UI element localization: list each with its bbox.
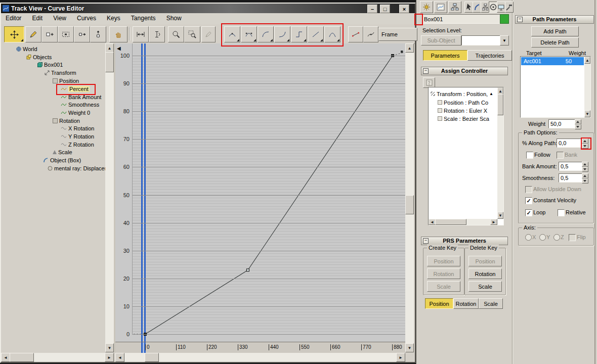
tree-vscrollbar[interactable]: ▲ ▼ <box>105 43 114 352</box>
zoom-region-button[interactable] <box>184 26 200 42</box>
delete-key-rotation-button[interactable]: Rotation <box>468 268 502 279</box>
tab-utilities-icon[interactable] <box>505 2 514 13</box>
set-tangents-custom-button[interactable] <box>241 26 257 42</box>
zoom-button[interactable] <box>168 26 184 42</box>
time-ruler[interactable]: 0110220330440550660770880 <box>115 342 405 353</box>
menu-keys[interactable]: Keys <box>102 13 125 23</box>
graph-vscrollbar[interactable]: ▲ ▼ <box>405 43 414 352</box>
tab-display-icon[interactable] <box>497 2 505 13</box>
maximize-button[interactable]: □ <box>380 5 390 13</box>
create-key-position-button[interactable]: Position <box>427 256 460 266</box>
curve-key[interactable] <box>246 269 249 271</box>
zoom-value-extents-button[interactable] <box>149 26 165 42</box>
list-vscroll-thumb[interactable] <box>497 94 503 115</box>
pan-hand-button[interactable] <box>109 26 127 42</box>
tree-item-scale[interactable]: Scale <box>53 148 72 156</box>
combo-arrow-icon[interactable]: ▼ <box>500 35 509 46</box>
add-keys-button[interactable] <box>41 26 58 42</box>
path-parameters-rollout[interactable]: − Path Parameters <box>515 15 594 24</box>
tab-modify-icon[interactable] <box>473 2 481 13</box>
smoothness-spinner[interactable] <box>582 173 588 184</box>
tab-create-icon[interactable] <box>464 2 473 13</box>
scroll-down-icon[interactable]: ▼ <box>584 110 590 117</box>
tree-item-objects[interactable]: Objects <box>26 53 52 61</box>
scroll-down-icon[interactable]: ▼ <box>405 343 414 352</box>
scroll-up-icon[interactable]: ▲ <box>105 43 114 53</box>
collapse-icon[interactable]: − <box>423 68 429 74</box>
tree-item-world[interactable]: World <box>16 45 37 53</box>
smoothness-field[interactable]: 0,5 <box>559 173 584 183</box>
scroll-left-icon[interactable]: ◄ <box>1 353 10 362</box>
bank-checkbox[interactable] <box>557 152 564 159</box>
tab-parameters[interactable]: Parameters <box>423 50 467 61</box>
tree-vscroll-thumb[interactable] <box>105 52 114 72</box>
delete-key-position-button[interactable]: Position <box>468 256 502 266</box>
axis-x-radio[interactable] <box>525 234 532 241</box>
menu-view[interactable]: View <box>49 13 71 23</box>
sub-object-button[interactable]: Sub-Object <box>421 35 461 46</box>
delete-key-scale-button[interactable]: Scale <box>468 281 502 292</box>
tree-item-z-rotation[interactable]: Z Rotation <box>61 141 94 148</box>
assign-controller-button[interactable] <box>423 77 435 88</box>
scale-keys-button[interactable] <box>74 26 90 42</box>
tree-item-object-box[interactable]: Object (Box) <box>44 156 81 164</box>
sub-object-combo[interactable] <box>461 35 503 46</box>
object-name-field[interactable]: Box001 <box>422 14 502 24</box>
bank-amount-spinner[interactable] <box>582 162 588 172</box>
along-path-spinner[interactable] <box>582 139 588 149</box>
scale-values-button[interactable] <box>90 26 106 42</box>
scroll-up-icon[interactable]: ▲ <box>584 57 590 64</box>
frame-mode-box[interactable]: Frame <box>378 28 417 41</box>
set-tangents-step-button[interactable] <box>291 26 307 42</box>
scroll-left-icon[interactable]: ◄ <box>429 219 436 225</box>
expand-arrow-icon[interactable]: ▲ <box>489 92 493 96</box>
title-bar[interactable]: Track View - Curve Editor <box>1 4 415 13</box>
tree-item-bank-amount[interactable]: Bank Amount <box>61 93 101 101</box>
create-key-scale-button[interactable]: Scale <box>427 281 460 292</box>
controller-item-position[interactable]: Position : Path Co <box>438 99 488 106</box>
controller-item-transform[interactable]: Transform : Position, ▲ <box>431 90 493 98</box>
graph-hscrollbar[interactable]: ◄ ► <box>115 353 405 362</box>
range-end-marker[interactable] <box>401 51 403 53</box>
controller-listbox[interactable]: Transform : Position, ▲ Position : Path … <box>428 87 504 225</box>
constant-velocity-checkbox[interactable]: ✓ <box>525 197 532 204</box>
schematic-view-icon[interactable] <box>448 1 461 13</box>
set-tangents-slow-button[interactable] <box>274 26 290 42</box>
weight-spinner[interactable] <box>575 119 581 129</box>
menu-editor[interactable]: Editor <box>1 13 26 23</box>
delete-path-button[interactable]: Delete Path <box>531 37 579 48</box>
region-keys-button[interactable] <box>58 26 74 42</box>
set-tangents-auto-button[interactable] <box>224 26 240 42</box>
graph-vscroll-thumb[interactable] <box>405 195 414 214</box>
path-target-listbox[interactable]: Arc001 50 ▲ ▼ <box>520 56 591 118</box>
along-path-field[interactable]: 0,0 <box>557 139 584 148</box>
axis-flip-checkbox[interactable] <box>569 234 576 241</box>
set-tangents-linear-button[interactable] <box>308 26 324 42</box>
tree-item-box001[interactable]: Box001 <box>37 61 63 68</box>
axis-y-radio[interactable] <box>539 234 546 241</box>
settings-gear-icon[interactable] <box>420 1 433 13</box>
collapse-icon[interactable]: − <box>423 238 429 244</box>
target-list-vscrollbar[interactable]: ▲ ▼ <box>584 57 590 117</box>
set-tangents-smooth-button[interactable] <box>324 26 340 42</box>
snap-frames-button[interactable] <box>363 26 378 42</box>
menu-curves[interactable]: Curves <box>72 13 101 23</box>
list-hscroll-thumb[interactable] <box>435 219 466 225</box>
list-vscrollbar[interactable]: ▲ ▼ <box>497 87 503 219</box>
scroll-down-icon[interactable]: ▼ <box>105 343 114 352</box>
move-keys-button[interactable] <box>4 26 24 42</box>
assign-controller-rollout[interactable]: − Assign Controller <box>421 67 508 75</box>
graph-hscroll-thumb[interactable] <box>145 353 159 362</box>
zoom-horizontal-extents-button[interactable] <box>133 26 149 42</box>
tree-hscrollbar[interactable]: ◄ ► <box>1 353 114 362</box>
curve-editor-icon[interactable] <box>434 1 447 13</box>
tree-item-x-rotation[interactable]: X Rotation <box>61 124 94 132</box>
tree-item-y-rotation[interactable]: Y Rotation <box>61 132 94 140</box>
scroll-right-icon[interactable]: ► <box>490 219 497 225</box>
prs-rotation-button[interactable]: Rotation <box>453 298 479 309</box>
controller-item-rotation[interactable]: Rotation : Euler X <box>438 107 487 114</box>
tree-hscroll-thumb[interactable] <box>10 353 34 362</box>
tree-item-smoothness[interactable]: Smoothness <box>61 101 99 108</box>
curve-graph[interactable]: ◀ 0102030405060708090100 <box>115 43 405 342</box>
minimize-button[interactable]: – <box>367 5 377 13</box>
